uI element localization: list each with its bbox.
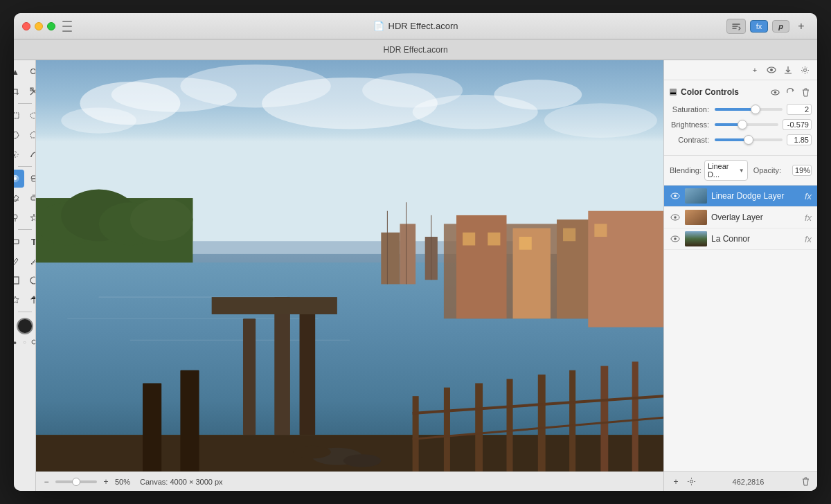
ellipse-marquee-tool[interactable] <box>25 107 36 125</box>
script-tools-button[interactable] <box>726 19 746 34</box>
bg-color-mini[interactable]: ○ <box>20 338 29 347</box>
transform-tool[interactable] <box>25 82 36 100</box>
layer-name-overlay: Overlay Layer <box>711 213 801 222</box>
layer-la-connor[interactable]: La Connor fx <box>664 228 817 250</box>
tool-group-5 <box>14 145 36 163</box>
opacity-value: 19% <box>792 165 812 176</box>
filter-refresh-button[interactable] <box>784 86 796 98</box>
shape-rect-tool[interactable] <box>14 233 24 251</box>
saturation-fill <box>715 108 756 111</box>
smart-eraser-tool[interactable] <box>25 189 36 207</box>
saturation-row: Saturation: <box>670 104 812 115</box>
svg-point-32 <box>130 198 193 241</box>
contrast-label: Contrast: <box>670 136 715 144</box>
zoom-slider[interactable] <box>55 480 97 483</box>
tool-group-9: T <box>14 233 36 251</box>
crop-tool[interactable] <box>14 82 24 100</box>
brightness-value[interactable] <box>783 119 812 130</box>
rect-shape-tool[interactable] <box>14 271 24 289</box>
download-button[interactable] <box>781 63 795 77</box>
canvas-area[interactable]: − + 50% Canvas: 4000 × 3000 px <box>36 60 663 491</box>
magnifier-mini[interactable] <box>30 338 36 347</box>
fx-button[interactable]: fx <box>750 20 769 33</box>
layer-eye-overlay[interactable] <box>670 212 681 223</box>
pencil-tool[interactable] <box>25 252 36 270</box>
filter-delete-button[interactable] <box>799 86 812 98</box>
canvas-image <box>36 60 663 491</box>
opacity-label: Opacity: <box>753 166 781 174</box>
svg-rect-39 <box>400 224 416 284</box>
saturation-value[interactable] <box>787 104 812 115</box>
svg-rect-53 <box>594 224 607 237</box>
zoom-tool[interactable] <box>25 63 36 81</box>
filter-collapse-button[interactable]: ▬ <box>670 89 677 96</box>
minimize-button[interactable] <box>35 22 43 30</box>
main-content: ▲ <box>14 60 817 491</box>
visibility-button[interactable] <box>765 63 778 77</box>
star-shape-tool[interactable] <box>14 291 24 309</box>
svg-marker-5 <box>30 132 36 138</box>
magic-wand-tool[interactable] <box>14 145 24 163</box>
eraser-tool[interactable] <box>14 189 24 207</box>
filter-title: Color Controls <box>681 87 769 97</box>
oval-shape-tool[interactable] <box>25 271 36 289</box>
layer-overlay[interactable]: Overlay Layer fx <box>664 207 817 228</box>
layer-fx-la-connor[interactable]: fx <box>805 234 812 244</box>
pen-tool[interactable] <box>14 252 24 270</box>
quick-sel-tool[interactable] <box>25 145 36 163</box>
layer-fx-overlay[interactable]: fx <box>805 213 812 223</box>
close-button[interactable] <box>22 22 30 30</box>
blending-label: Blending: <box>670 166 702 174</box>
sidebar-toggle[interactable] <box>62 21 76 32</box>
svg-rect-49 <box>463 233 475 246</box>
contrast-thumb[interactable] <box>744 135 753 145</box>
layer-eye-la-connor[interactable] <box>670 233 681 244</box>
svg-point-81 <box>674 195 677 197</box>
paint-bucket-tool[interactable] <box>25 170 36 188</box>
saturation-slider[interactable] <box>715 108 783 111</box>
lasso-tool[interactable] <box>14 126 24 144</box>
layer-fx-linear-dodge[interactable]: fx <box>805 191 812 201</box>
svg-rect-38 <box>381 233 400 285</box>
delete-layer-button[interactable] <box>799 476 812 488</box>
text-tool[interactable]: T <box>25 233 36 251</box>
blending-mode-select[interactable]: Linear D... ▼ <box>704 160 748 181</box>
poly-lasso-tool[interactable] <box>25 126 36 144</box>
svg-rect-57 <box>212 297 337 314</box>
title-bar: 📄 HDR Effect.acorn fx p + <box>14 13 817 39</box>
brightness-thumb[interactable] <box>738 120 747 129</box>
settings-button[interactable] <box>798 63 812 77</box>
add-layer-button[interactable]: + <box>670 476 682 488</box>
layer-settings-button[interactable] <box>685 476 697 488</box>
arrow-tool[interactable]: ▲ <box>14 63 24 81</box>
svg-point-27 <box>544 103 657 138</box>
zoom-in-button[interactable]: + <box>101 477 111 487</box>
param-button[interactable]: p <box>772 20 789 33</box>
zoom-out-button[interactable]: − <box>42 477 51 487</box>
heal-tool[interactable] <box>25 208 36 226</box>
filter-visibility-button[interactable] <box>769 86 781 98</box>
brightness-row: Brightness: <box>670 119 812 130</box>
contrast-value[interactable] <box>787 134 812 145</box>
tool-group-6 <box>14 170 36 188</box>
blend-chevron-icon: ▼ <box>739 168 744 174</box>
fullscreen-button[interactable] <box>47 22 55 30</box>
add-panel-button[interactable]: + <box>794 19 809 34</box>
svg-rect-3 <box>14 113 19 118</box>
add-filter-button[interactable]: + <box>748 63 762 77</box>
svg-rect-55 <box>300 310 316 435</box>
rect-marquee-tool[interactable] <box>14 107 24 125</box>
layers-list: Linear Dodge Layer fx Overlay Layer fx <box>664 186 817 471</box>
contrast-slider[interactable] <box>715 138 783 141</box>
clone-stamp-tool[interactable] <box>14 208 24 226</box>
filter-header: ▬ Color Controls <box>670 86 812 98</box>
color-picker-mini[interactable]: ● <box>14 338 19 347</box>
foreground-color[interactable] <box>17 318 33 334</box>
brightness-slider[interactable] <box>715 123 778 126</box>
layer-eye-linear-dodge[interactable] <box>670 190 681 201</box>
gradient-tool[interactable] <box>14 170 24 188</box>
layer-linear-dodge[interactable]: Linear Dodge Layer fx <box>664 186 817 207</box>
saturation-thumb[interactable] <box>751 105 760 114</box>
arrow-shape-tool[interactable] <box>25 291 36 309</box>
svg-rect-82 <box>685 188 707 204</box>
